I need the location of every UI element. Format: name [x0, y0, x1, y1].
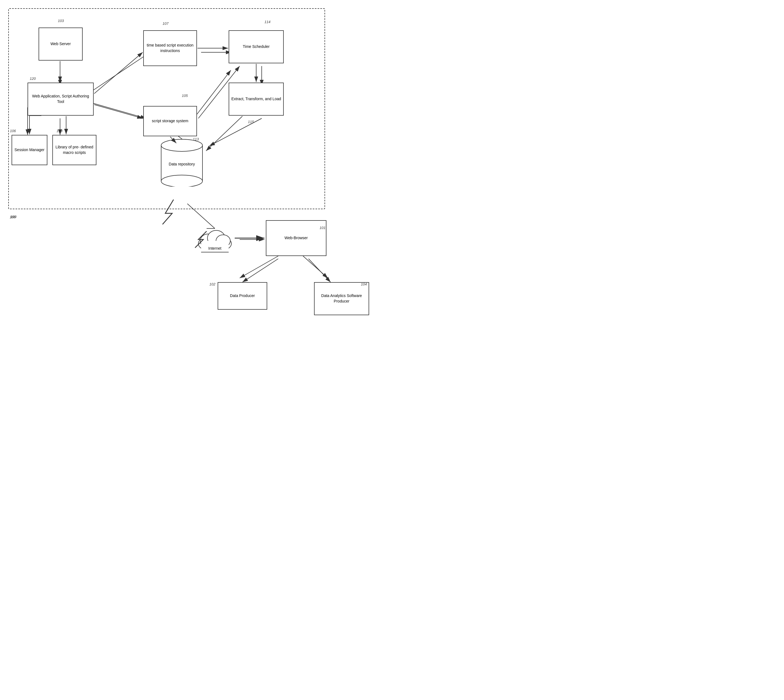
web-server-label: Web Server — [50, 41, 71, 47]
web-browser-box: Web-Browser — [266, 220, 326, 256]
time-scheduler-box: Time Scheduler — [229, 30, 284, 63]
extract-transform-box: Extract, Transform, and Load — [229, 83, 284, 116]
data-producer-label: Data Producer — [230, 293, 255, 299]
data-analytics-box: Data Analytics Software Producer — [314, 282, 369, 315]
ref-120: 120 — [30, 77, 36, 81]
internet-cloud: Internet — [196, 223, 234, 253]
time-scheduler-label: Time Scheduler — [243, 44, 270, 50]
svg-line-41 — [242, 259, 278, 282]
svg-line-14 — [240, 256, 278, 278]
session-manager-box: Session Manager — [12, 135, 47, 165]
web-browser-label: Web-Browser — [284, 235, 308, 241]
ref-100-label: 100 — [10, 215, 17, 219]
script-storage-label: script storage system — [152, 118, 188, 124]
ref-110: 110 — [57, 129, 62, 133]
ref-104: 104 — [361, 282, 367, 286]
ref-101: 101 — [319, 226, 326, 230]
library-box: Library of pre- defined macro scripts — [52, 135, 97, 165]
data-analytics-label: Data Analytics Software Producer — [314, 293, 369, 304]
ref-114: 114 — [264, 20, 271, 24]
time-based-box: time based script execution instructions — [143, 30, 197, 66]
ref-107: 107 — [162, 22, 169, 26]
data-repository-label: Data repository — [160, 162, 204, 166]
script-storage-box: script storage system — [143, 106, 197, 136]
data-repository: Data repository — [160, 137, 204, 187]
web-app-box: Web Application, Script Authoring Tool — [28, 83, 94, 116]
ref-113: 113 — [193, 137, 199, 141]
time-based-label: time based script execution instructions — [144, 43, 196, 53]
ref-102: 102 — [209, 282, 216, 286]
svg-line-42 — [309, 259, 331, 282]
web-app-label: Web Application, Script Authoring Tool — [28, 93, 93, 104]
web-server-box: Web Server — [38, 28, 83, 60]
extract-transform-label: Extract, Transform, and Load — [231, 96, 281, 102]
ref-105: 105 — [182, 93, 188, 98]
internet-label: Internet — [196, 246, 234, 250]
ref-115: 115 — [248, 120, 254, 124]
library-label: Library of pre- defined macro scripts — [53, 145, 96, 155]
svg-line-15 — [303, 256, 328, 278]
data-producer-box: Data Producer — [217, 282, 267, 310]
svg-point-20 — [161, 175, 202, 187]
ref-106: 106 — [10, 129, 16, 133]
ref-103: 103 — [58, 19, 64, 23]
diagram: 100 Web Server 103 Web Application, Scri… — [0, 0, 392, 350]
session-manager-label: Session Manager — [15, 147, 45, 153]
